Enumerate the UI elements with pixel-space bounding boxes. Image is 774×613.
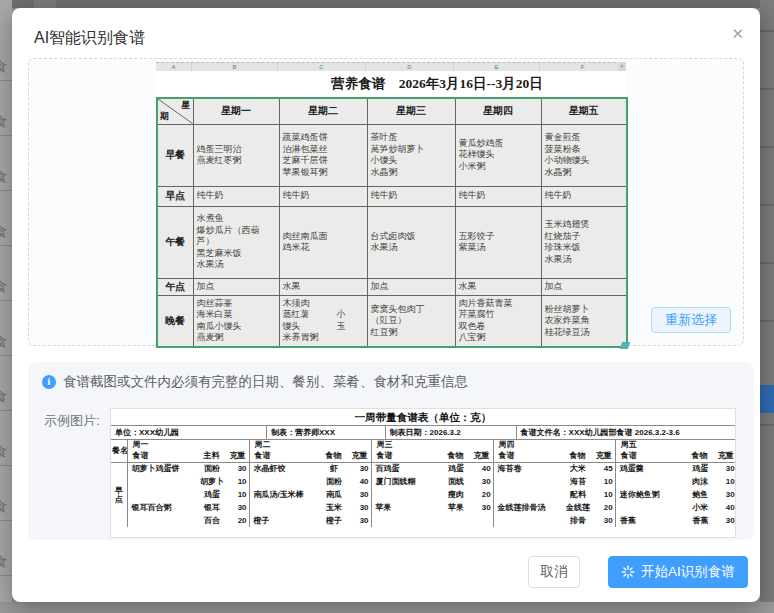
food-cell: 配料 bbox=[561, 488, 595, 501]
meal-line: 肉片香菇青菜 bbox=[459, 298, 538, 310]
meal-line: 水果汤 bbox=[197, 259, 276, 271]
week-corner-cell: 星期 bbox=[157, 98, 193, 124]
meal-line: 水果汤 bbox=[371, 242, 452, 254]
sheet-column-letter: C bbox=[278, 63, 366, 71]
meal-line: 纯牛奶 bbox=[283, 190, 364, 202]
uploaded-recipe-image: ABCDEF ▴ 营养食谱 2026年3月16日--3月20日 星期星期一星期二… bbox=[156, 62, 626, 345]
meal-line: 水果 bbox=[283, 281, 364, 293]
col-label-recipe: 食谱 bbox=[129, 450, 195, 461]
day-group-header: 周五食谱食物克重 bbox=[615, 440, 736, 462]
food-cell: 面粉 bbox=[195, 462, 229, 475]
example-data-row: 胡萝卜10面粉40厦门面线糊面线30海苔10肉沫10 bbox=[111, 475, 736, 488]
sheet-column-letter: A bbox=[156, 63, 192, 71]
food-cell: 鸡蛋 bbox=[195, 488, 229, 501]
weight-cell: 10 bbox=[229, 488, 249, 501]
recipe-cell: 百鸡蛋 bbox=[371, 462, 439, 475]
meal-line: 泊淋包菜丝 bbox=[283, 144, 364, 156]
meal-cell: 肉片香菇青菜芹菜腐竹双色卷八宝粥 bbox=[455, 295, 541, 347]
meal-line: 南瓜小馒头 bbox=[197, 321, 276, 333]
meal-line: 纯牛奶 bbox=[545, 190, 624, 202]
meal-line: 爆炒瓜片（西葫芦） bbox=[197, 225, 276, 248]
meal-label-cell: 午点 bbox=[157, 278, 193, 295]
close-icon[interactable]: ✕ bbox=[731, 26, 744, 41]
meal-label-cell: 午餐 bbox=[157, 206, 193, 278]
recipe-sheet-title: 营养食谱 2026年3月16日--3月20日 bbox=[156, 71, 626, 97]
meal-cell: 肉丝南瓜面鸡米花 bbox=[279, 206, 367, 278]
weight-cell: 30 bbox=[473, 501, 493, 514]
spreadsheet-scrollbar-fragment: ▴ bbox=[618, 62, 626, 71]
food-cell: 鲍鱼 bbox=[683, 488, 717, 501]
column-labels: 食谱食物克重 bbox=[373, 450, 492, 461]
column-labels: 食谱食物克重 bbox=[251, 450, 370, 461]
day-header-cell: 星期一 bbox=[193, 98, 279, 124]
food-cell: 鸡蛋 bbox=[439, 462, 473, 475]
recipe-cell bbox=[249, 501, 317, 514]
meal-line: 农家炸菜角 bbox=[545, 315, 624, 327]
dimmed-background-right bbox=[760, 0, 774, 613]
example-table-head: 餐名周一食谱主料克重周二食谱食物克重周三食谱食物克重周四食谱食物克重周五食谱食物… bbox=[111, 440, 736, 462]
recipe-cell: 厦门面线糊 bbox=[371, 475, 439, 488]
column-labels: 食谱食物克重 bbox=[617, 450, 736, 461]
col-label-recipe: 食谱 bbox=[373, 450, 439, 461]
meal-line: 黑芝麻米饭 bbox=[197, 248, 276, 260]
start-ai-recognition-button[interactable]: 开始AI识别食谱 bbox=[608, 556, 748, 588]
food-cell: 玉米 bbox=[317, 501, 351, 514]
meal-line: 加点 bbox=[545, 281, 624, 293]
dimmed-background-band bbox=[34, 0, 56, 8]
meal-line: 菠菜粉条 bbox=[545, 144, 624, 156]
meal-cell: 木须肉蒸红薯 小馒头 玉米养胃粥 bbox=[279, 295, 367, 347]
meal-cell: 纯牛奶 bbox=[193, 186, 279, 206]
meal-line: 茶叶蛋 bbox=[371, 132, 452, 144]
weight-cell: 30 bbox=[473, 475, 493, 488]
meal-line: 水煮鱼 bbox=[197, 213, 276, 225]
recipe-cell: 胡萝卜鸡蛋饼 bbox=[127, 462, 195, 475]
example-label: 示例图片: bbox=[44, 412, 100, 430]
food-cell: 胡萝卜 bbox=[195, 475, 229, 488]
weight-cell: 20 bbox=[595, 501, 615, 514]
meal-line: 珍珠米饭 bbox=[545, 242, 624, 254]
meal-name-cell: 早点 bbox=[111, 462, 127, 527]
background-line bbox=[760, 424, 774, 426]
col-label-food: 食物 bbox=[317, 450, 350, 461]
weight-cell: 20 bbox=[473, 488, 493, 501]
recipe-cell: 水晶虾饺 bbox=[249, 462, 317, 475]
reselect-button[interactable]: 重新选择 bbox=[651, 307, 731, 333]
food-cell: 海苔 bbox=[561, 475, 595, 488]
meal-line: 台式卤肉饭 bbox=[371, 231, 452, 243]
col-label-food: 食物 bbox=[439, 450, 472, 461]
meal-cell: 蔬菜鸡蛋饼泊淋包菜丝芝麻千层饼苹果银耳粥 bbox=[279, 124, 367, 186]
food-cell: 大米 bbox=[561, 462, 595, 475]
upload-dropzone[interactable]: ABCDEF ▴ 营养食谱 2026年3月16日--3月20日 星期星期一星期二… bbox=[28, 58, 744, 346]
sheet-column-letter: B bbox=[192, 63, 278, 71]
cancel-button[interactable]: 取消 bbox=[528, 556, 580, 588]
meal-line: 加点 bbox=[371, 281, 452, 293]
notice-text: 食谱截图或文件内必须有完整的日期、餐别、菜肴、食材和克重信息 bbox=[63, 373, 468, 391]
background-line bbox=[0, 355, 12, 356]
background-line bbox=[760, 88, 774, 90]
weight-cell bbox=[473, 514, 493, 527]
food-cell: 苹果 bbox=[439, 501, 473, 514]
meal-name-header: 餐名 bbox=[111, 440, 127, 462]
weight-cell: 45 bbox=[595, 462, 615, 475]
weight-cell: 30 bbox=[717, 514, 736, 527]
meal-line: 桂花绿豆汤 bbox=[545, 327, 624, 339]
sheet-column-letter: E bbox=[454, 63, 540, 71]
weight-cell: 40 bbox=[717, 501, 736, 514]
recipe-cell: 海苔卷 bbox=[493, 462, 561, 475]
background-glyph: 食 bbox=[0, 223, 12, 241]
background-glyph: 食 bbox=[0, 553, 12, 571]
weight-cell: 30 bbox=[717, 488, 736, 501]
meal-cell: 纯牛奶 bbox=[541, 186, 627, 206]
meal-line: 玉米鸡翅煲 bbox=[545, 219, 624, 231]
food-cell: 面粉 bbox=[317, 475, 351, 488]
recipe-cell: 迷你鲍鱼粥 bbox=[615, 488, 683, 501]
food-cell: 香蕉 bbox=[683, 514, 717, 527]
recipe-cell bbox=[493, 514, 561, 527]
meal-line: 蒸红薯 小 bbox=[283, 309, 364, 321]
meal-line: 双色卷 bbox=[459, 321, 538, 333]
food-cell bbox=[439, 514, 473, 527]
example-meta-filename: 食谱文件名：XXX幼儿园部食谱 2026.3.2-3.6 bbox=[517, 426, 735, 439]
meal-row: 午点加点水果加点水果加点 bbox=[157, 278, 627, 295]
background-glyph: 食 bbox=[0, 333, 12, 351]
food-cell: 南瓜 bbox=[317, 488, 351, 501]
